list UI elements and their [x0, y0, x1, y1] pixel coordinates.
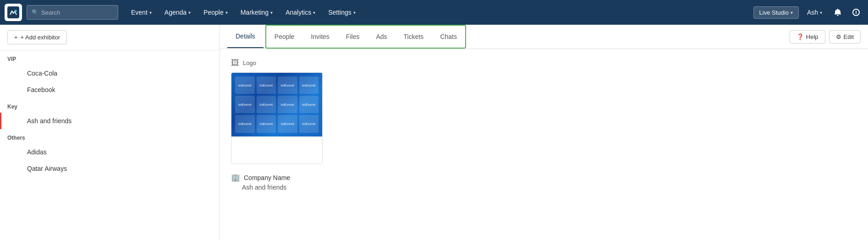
- svg-point-1: [15, 10, 17, 12]
- tabs-group: People Invites Files Ads Tickets Chats: [265, 25, 466, 49]
- nav-right-section: Live Studio ▾ Ash ▾: [753, 5, 863, 20]
- gear-icon: ⚙: [836, 33, 841, 40]
- list-item[interactable]: Coca-Cola: [0, 65, 220, 82]
- company-subtitle: Ash and friends: [231, 184, 857, 191]
- chevron-down-icon: ▾: [353, 10, 356, 15]
- chevron-down-icon: ▾: [791, 10, 793, 15]
- chevron-down-icon: ▾: [188, 10, 191, 15]
- watermark-item: inEvent: [278, 76, 297, 94]
- plus-icon: +: [14, 34, 18, 41]
- watermark-item: inEvent: [278, 96, 297, 113]
- nav-item-people[interactable]: People ▾: [198, 6, 233, 19]
- list-item[interactable]: Adidas: [0, 144, 220, 160]
- nav-menu: Event ▾ Agenda ▾ People ▾ Marketing ▾ An…: [126, 6, 753, 19]
- top-navigation: 🔍 Event ▾ Agenda ▾ People ▾ Marketing ▾ …: [0, 0, 868, 25]
- app-logo[interactable]: [5, 4, 22, 21]
- watermark-item: inEvent: [299, 96, 319, 113]
- chevron-down-icon: ▾: [820, 10, 822, 15]
- search-icon: 🔍: [32, 9, 38, 16]
- tab-chats[interactable]: Chats: [432, 26, 465, 48]
- content-body: 🖼 Logo inEvent inEvent inEvent inEvent i…: [220, 49, 868, 200]
- logo-container: inEvent inEvent inEvent inEvent inEvent …: [231, 72, 323, 164]
- list-item[interactable]: Ash and friends: [0, 113, 220, 129]
- nav-item-analytics[interactable]: Analytics ▾: [280, 6, 321, 19]
- main-layout: + + Add exhibitor VIP Coca-Cola Facebook…: [0, 25, 868, 240]
- tab-actions: ❓ Help ⚙ Edit: [790, 30, 861, 44]
- sidebar-toolbar: + + Add exhibitor: [0, 25, 220, 50]
- search-input[interactable]: [41, 9, 113, 16]
- alerts-icon[interactable]: [849, 5, 863, 20]
- section-label-vip: VIP: [0, 50, 220, 65]
- tab-ads[interactable]: Ads: [368, 26, 395, 48]
- logo-watermark-grid: inEvent inEvent inEvent inEvent inEvent …: [231, 73, 322, 136]
- tab-tickets[interactable]: Tickets: [396, 26, 432, 48]
- tab-details[interactable]: Details: [227, 25, 264, 48]
- edit-button[interactable]: ⚙ Edit: [829, 30, 861, 44]
- search-box[interactable]: 🔍: [27, 5, 118, 20]
- tab-people[interactable]: People: [266, 26, 303, 48]
- chevron-down-icon: ▾: [313, 10, 315, 15]
- list-item[interactable]: Qatar Airways: [0, 160, 220, 177]
- section-label-key: Key: [0, 98, 220, 113]
- watermark-item: inEvent: [278, 115, 297, 132]
- chevron-down-icon: ▾: [225, 10, 228, 15]
- watermark-item: inEvent: [257, 115, 276, 132]
- watermark-item: inEvent: [257, 76, 276, 94]
- building-icon: 🏢: [231, 173, 240, 182]
- logo-image: inEvent inEvent inEvent inEvent inEvent …: [231, 73, 322, 136]
- notifications-icon[interactable]: [830, 5, 845, 20]
- watermark-item: inEvent: [235, 115, 255, 132]
- watermark-item: inEvent: [257, 96, 276, 113]
- watermark-item: inEvent: [299, 115, 319, 132]
- list-item[interactable]: Facebook: [0, 82, 220, 98]
- user-menu-button[interactable]: Ash ▾: [802, 6, 827, 18]
- nav-item-marketing[interactable]: Marketing ▾: [235, 6, 278, 19]
- watermark-item: inEvent: [299, 76, 319, 94]
- sidebar: + + Add exhibitor VIP Coca-Cola Facebook…: [0, 25, 220, 240]
- live-studio-button[interactable]: Live Studio ▾: [753, 6, 799, 19]
- company-name-row: 🏢 Company Name: [231, 173, 857, 182]
- help-button[interactable]: ❓ Help: [790, 30, 825, 44]
- watermark-item: inEvent: [235, 76, 255, 94]
- tab-files[interactable]: Files: [338, 26, 368, 48]
- svg-rect-0: [8, 7, 18, 17]
- watermark-item: inEvent: [235, 96, 255, 113]
- content-panel: Details People Invites Files Ads Tickets: [220, 25, 868, 240]
- tab-invites[interactable]: Invites: [302, 26, 337, 48]
- company-info: 🏢 Company Name Ash and friends: [231, 173, 857, 191]
- logo-section-label: 🖼 Logo: [231, 58, 857, 68]
- chevron-down-icon: ▾: [149, 10, 152, 15]
- nav-item-event[interactable]: Event ▾: [126, 6, 157, 19]
- section-label-others: Others: [0, 129, 220, 144]
- nav-item-agenda[interactable]: Agenda ▾: [159, 6, 196, 19]
- image-icon: 🖼: [231, 58, 239, 68]
- help-icon: ❓: [797, 33, 804, 40]
- add-exhibitor-button[interactable]: + + Add exhibitor: [7, 30, 67, 44]
- chevron-down-icon: ▾: [270, 10, 273, 15]
- logo-bottom-area: [231, 136, 322, 164]
- nav-item-settings[interactable]: Settings ▾: [323, 6, 361, 19]
- logo-icon: [7, 6, 19, 18]
- tabs-bar: Details People Invites Files Ads Tickets: [220, 25, 868, 49]
